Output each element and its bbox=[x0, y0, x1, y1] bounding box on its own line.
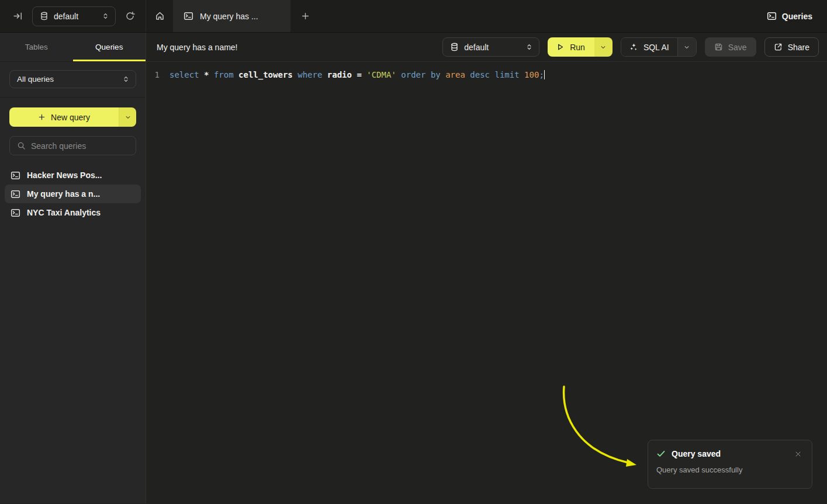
query-title: My query has a name! bbox=[157, 43, 238, 52]
text-cursor bbox=[544, 70, 545, 79]
editor-toolbar: default Run bbox=[442, 37, 819, 57]
query-filter-value: All queries bbox=[17, 75, 117, 84]
top-bar: default My query has .. bbox=[0, 0, 827, 33]
close-icon bbox=[795, 451, 801, 457]
sql-ai-dropdown-button[interactable] bbox=[677, 38, 696, 56]
sql-ai-split-button: SQL AI bbox=[621, 37, 697, 57]
tab-strip: My query has ... bbox=[146, 0, 767, 32]
sql-ai-button[interactable]: SQL AI bbox=[621, 38, 677, 56]
share-label: Share bbox=[788, 43, 809, 52]
home-button[interactable] bbox=[146, 0, 173, 32]
top-bar-right: Queries bbox=[767, 0, 827, 32]
code-line: 1 select * from cell_towers where radio … bbox=[146, 68, 827, 81]
topbar-database-selector[interactable]: default bbox=[32, 6, 116, 26]
new-query-split-button: New query bbox=[9, 107, 136, 127]
terminal-icon bbox=[11, 189, 20, 199]
sql-editor[interactable]: 1 select * from cell_towers where radio … bbox=[146, 62, 827, 503]
chevron-updown-icon bbox=[525, 43, 533, 51]
terminal-icon bbox=[184, 11, 193, 21]
chevron-down-icon bbox=[683, 44, 690, 51]
sparkles-icon bbox=[629, 43, 638, 51]
line-number: 1 bbox=[146, 68, 160, 81]
sql-statement: select * from cell_towers where radio = … bbox=[169, 68, 544, 81]
collapse-sidebar-button[interactable] bbox=[12, 10, 24, 22]
save-label: Save bbox=[728, 43, 747, 52]
toast-header: Query saved bbox=[656, 449, 802, 458]
tab-tables[interactable]: Tables bbox=[0, 33, 73, 61]
query-filter-select[interactable]: All queries bbox=[9, 70, 136, 88]
refresh-icon bbox=[125, 11, 135, 21]
query-list-item-nyc-taxi[interactable]: NYC Taxi Analytics bbox=[5, 203, 141, 222]
editor-database-value: default bbox=[464, 43, 520, 52]
sql-ai-label: SQL AI bbox=[643, 43, 669, 52]
query-list-item-my-query[interactable]: My query has a n... bbox=[5, 185, 141, 203]
database-icon bbox=[40, 12, 49, 20]
tab-my-query[interactable]: My query has ... bbox=[173, 0, 290, 32]
query-list-item-hacker-news[interactable]: Hacker News Pos... bbox=[5, 166, 141, 185]
chevron-down-icon bbox=[600, 44, 607, 51]
terminal-icon bbox=[11, 171, 20, 180]
run-split-button: Run bbox=[548, 37, 613, 57]
sql-console-app: default My query has .. bbox=[0, 0, 827, 504]
tab-queries[interactable]: Queries bbox=[73, 33, 146, 61]
query-item-label: Hacker News Pos... bbox=[27, 171, 102, 180]
run-dropdown-button[interactable] bbox=[594, 37, 613, 57]
check-icon bbox=[656, 449, 666, 458]
sidebar-content: All queries New query bbox=[0, 62, 146, 222]
sidebar: Tables Queries All queries New qu bbox=[0, 33, 146, 503]
plus-icon bbox=[38, 113, 46, 121]
queries-heading: Queries bbox=[782, 12, 812, 21]
toast-message: Query saved successfully bbox=[656, 465, 802, 474]
play-icon bbox=[556, 43, 565, 51]
tab-label: My query has ... bbox=[200, 12, 258, 21]
main-panel: My query has a name! default bbox=[146, 33, 827, 503]
terminal-icon bbox=[11, 208, 20, 218]
query-item-label: My query has a n... bbox=[27, 189, 100, 199]
toast-query-saved: Query saved Query saved successfully bbox=[648, 440, 812, 489]
save-button[interactable]: Save bbox=[705, 37, 756, 57]
share-external-icon bbox=[774, 43, 783, 51]
search-icon bbox=[17, 141, 26, 150]
run-label: Run bbox=[570, 43, 585, 52]
body: Tables Queries All queries New qu bbox=[0, 33, 827, 503]
chevron-down-icon bbox=[124, 114, 132, 121]
database-selector-value: default bbox=[54, 12, 96, 21]
query-list: Hacker News Pos... My query has a n... N… bbox=[5, 166, 141, 222]
new-query-label: New query bbox=[51, 113, 90, 122]
plus-icon bbox=[301, 12, 310, 20]
sidebar-tabs: Tables Queries bbox=[0, 33, 146, 62]
search-box bbox=[9, 136, 136, 155]
database-icon bbox=[450, 43, 459, 51]
queries-terminal-icon bbox=[767, 11, 777, 21]
toast-close-button[interactable] bbox=[794, 450, 802, 458]
chevron-updown-icon bbox=[102, 12, 109, 20]
new-tab-button[interactable] bbox=[290, 0, 320, 32]
sidebar-divider bbox=[0, 97, 146, 98]
query-item-label: NYC Taxi Analytics bbox=[27, 208, 101, 217]
editor-database-selector[interactable]: default bbox=[442, 37, 539, 57]
arrow-to-bar-icon bbox=[13, 11, 23, 21]
search-queries-input[interactable] bbox=[31, 141, 137, 151]
top-bar-left: default bbox=[0, 0, 146, 32]
run-button[interactable]: Run bbox=[548, 37, 594, 57]
chevron-updown-icon bbox=[122, 75, 130, 83]
new-query-button[interactable]: New query bbox=[9, 107, 119, 127]
share-button[interactable]: Share bbox=[764, 37, 819, 57]
home-icon bbox=[155, 11, 165, 21]
toast-title: Query saved bbox=[672, 449, 788, 458]
save-icon bbox=[714, 43, 723, 51]
new-query-dropdown-button[interactable] bbox=[119, 107, 136, 127]
editor-header: My query has a name! default bbox=[146, 33, 827, 62]
refresh-button[interactable] bbox=[124, 10, 136, 22]
